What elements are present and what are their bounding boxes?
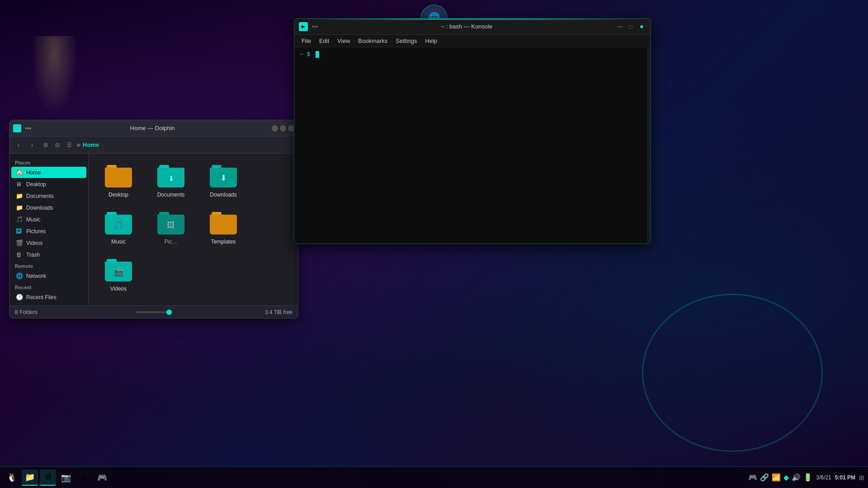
dolphin-close-btn[interactable] xyxy=(288,125,294,131)
music-icon: 🎵 xyxy=(16,216,23,223)
konsole-title: ~ : bash — Konsole xyxy=(322,23,612,30)
zoom-slider-thumb xyxy=(166,310,172,315)
system-tray-icons: 🎮 🔗 📶 ◆ 🔊 🔋 xyxy=(748,473,812,482)
folder-icon-music: 🎵 xyxy=(104,211,133,236)
menu-help[interactable]: Help xyxy=(421,36,441,46)
sidebar-recent-files-label: Recent Files xyxy=(26,294,57,300)
zoom-slider[interactable] xyxy=(136,311,172,313)
konsole-dots[interactable]: ••• xyxy=(311,23,318,30)
taskbar-left: 🐧 📁 🖥 📷 ⚙ 🎮 xyxy=(4,469,110,486)
menu-edit[interactable]: Edit xyxy=(316,36,333,46)
wifi-icon[interactable]: 📶 xyxy=(772,473,781,482)
sidebar-item-documents[interactable]: 📁 Documents xyxy=(11,190,86,202)
sidebar-item-recent-files[interactable]: 🕐 Recent Files xyxy=(11,291,86,303)
downloads-icon: 📁 xyxy=(16,204,23,211)
current-location[interactable]: Home xyxy=(83,141,99,148)
folder-body: ⬇ xyxy=(157,168,184,188)
konsole-accent-top xyxy=(294,19,651,20)
folder-body xyxy=(210,215,237,235)
sidebar-trash-label: Trash xyxy=(26,252,40,258)
taskbar-settings-icon[interactable]: ⚙ xyxy=(76,469,92,486)
sidebar-item-downloads[interactable]: 📁 Downloads xyxy=(11,202,86,213)
taskbar-app-menu[interactable]: 🐧 xyxy=(4,469,20,486)
file-label-videos: Videos xyxy=(110,286,127,292)
sidebar-item-videos[interactable]: 🎬 Videos xyxy=(11,237,86,249)
folder-icon-videos: 🎬 xyxy=(104,258,133,283)
dolphin-minimize-btn[interactable] xyxy=(272,125,278,131)
folder-body: 🎬 xyxy=(105,262,132,282)
section-recent: Recent xyxy=(9,282,88,291)
sidebar-pictures-label: Pictures xyxy=(26,228,46,235)
diamond-icon[interactable]: ◆ xyxy=(783,473,789,482)
dolphin-window-controls xyxy=(272,125,294,131)
trash-icon: 🗑 xyxy=(16,251,23,258)
icon-view-btn[interactable]: ⊞ xyxy=(40,140,51,150)
pictures-icon: 🖼 xyxy=(16,228,23,235)
sidebar-music-label: Music xyxy=(26,216,40,223)
konsole-app-icon: ▶ xyxy=(299,22,308,31)
taskbar-right: 🎮 🔗 📶 ◆ 🔊 🔋 3/6/21 5:01 PM ⊞ xyxy=(748,473,864,482)
compact-view-btn[interactable]: ⊟ xyxy=(52,140,63,150)
sidebar-documents-label: Documents xyxy=(26,193,54,199)
file-label-downloads: Downloads xyxy=(210,192,236,198)
file-item-music[interactable]: 🎵 Music xyxy=(96,208,141,248)
folder-icon-pictures: 🖼 xyxy=(156,211,185,236)
file-grid-area: Desktop ⬇ Documents xyxy=(89,154,298,305)
menu-bookmarks[interactable]: Bookmarks xyxy=(354,36,391,46)
file-item-downloads[interactable]: ⬇ Downloads xyxy=(201,161,246,201)
back-button[interactable]: ‹ xyxy=(13,140,24,150)
terminal-scrollbar[interactable] xyxy=(647,47,651,244)
section-places: Places xyxy=(9,157,88,166)
network-tray-icon[interactable]: 🔗 xyxy=(760,473,769,482)
forward-button[interactable]: › xyxy=(27,140,38,150)
folder-icon-downloads: ⬇ xyxy=(209,164,238,189)
battery-icon[interactable]: 🔋 xyxy=(803,473,812,482)
location-bar: ▶ Home xyxy=(77,141,99,148)
konsole-window-controls: — □ ■ xyxy=(615,23,646,30)
menu-settings[interactable]: Settings xyxy=(392,36,420,46)
documents-icon: 📁 xyxy=(16,192,23,199)
konsole-close-btn[interactable]: ■ xyxy=(637,23,646,30)
taskbar-dolphin-icon[interactable]: 📁 xyxy=(22,469,38,486)
sidebar-item-trash[interactable]: 🗑 Trash xyxy=(11,249,86,260)
file-item-desktop[interactable]: Desktop xyxy=(96,161,141,201)
taskbar-date: 3/6/21 xyxy=(816,474,831,481)
file-item-pictures[interactable]: 🖼 Pic… xyxy=(148,208,193,248)
konsole-maximize-btn[interactable]: □ xyxy=(626,23,635,30)
folder-emblem: 🖼 xyxy=(167,221,175,230)
taskbar-konsole-icon[interactable]: 🖥 xyxy=(40,469,56,486)
folder-body: 🖼 xyxy=(157,215,184,235)
sidebar-item-pictures[interactable]: 🖼 Pictures xyxy=(11,225,86,237)
sidebar-item-desktop[interactable]: 🖥 Desktop xyxy=(11,178,86,190)
file-label-pictures: Pic… xyxy=(165,239,178,245)
sidebar-network-label: Network xyxy=(26,273,46,279)
status-free: 3.4 TiB free xyxy=(175,309,292,315)
file-item-templates[interactable]: Templates xyxy=(201,208,246,248)
dolphin-statusbar: 8 Folders 3.4 TiB free xyxy=(9,305,298,318)
section-remote: Remote xyxy=(9,261,88,270)
volume-icon[interactable]: 🔊 xyxy=(792,473,801,482)
menu-view[interactable]: View xyxy=(334,36,354,46)
file-item-videos[interactable]: 🎬 Videos xyxy=(96,255,141,295)
sidebar-item-home[interactable]: 🏠 Home xyxy=(11,167,86,178)
list-view-btn[interactable]: ☰ xyxy=(64,140,75,150)
home-icon: 🏠 xyxy=(16,169,23,176)
dolphin-dots[interactable]: ••• xyxy=(25,125,32,132)
steam-icon[interactable]: 🎮 xyxy=(748,473,757,482)
dolphin-window: 🐬 ••• Home — Dolphin ‹ › ⊞ ⊟ ☰ ▶ Home Pl… xyxy=(9,120,298,319)
konsole-minimize-btn[interactable]: — xyxy=(615,23,624,30)
dolphin-title: Home — Dolphin xyxy=(37,125,268,131)
sidebar-item-music[interactable]: 🎵 Music xyxy=(11,214,86,225)
taskbar-screenshot-icon[interactable]: 📷 xyxy=(58,469,74,486)
terminal-prompt-text: ~ $ xyxy=(300,51,310,58)
show-desktop-icon[interactable]: ⊞ xyxy=(859,474,864,481)
sidebar-item-network[interactable]: 🌐 Network xyxy=(11,270,86,282)
taskbar-game-icon[interactable]: 🎮 xyxy=(94,469,110,486)
terminal-prompt: ~ $ xyxy=(300,51,645,58)
folder-icon-templates xyxy=(209,211,238,236)
terminal-area[interactable]: ~ $ xyxy=(294,47,651,244)
dolphin-maximize-btn[interactable] xyxy=(280,125,286,131)
konsole-titlebar: ▶ ••• ~ : bash — Konsole — □ ■ xyxy=(294,19,651,35)
menu-file[interactable]: File xyxy=(298,36,315,46)
file-item-documents[interactable]: ⬇ Documents xyxy=(148,161,193,201)
